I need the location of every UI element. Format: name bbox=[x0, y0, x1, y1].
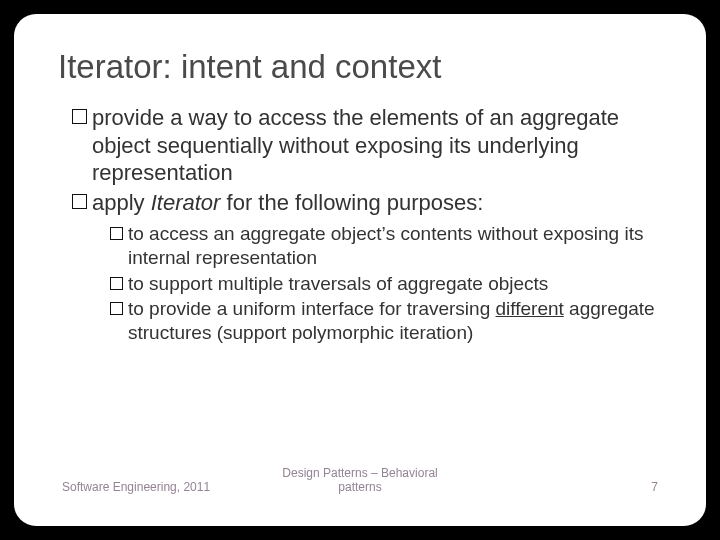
bullet-text-pre: to provide a uniform interface for trave… bbox=[128, 298, 496, 319]
bullet-list-level-1: provide a way to access the elements of … bbox=[58, 104, 662, 345]
list-item: to access an aggregate object’s contents… bbox=[110, 222, 662, 270]
footer-page-number: 7 bbox=[459, 480, 658, 494]
slide: Iterator: intent and context provide a w… bbox=[14, 14, 706, 526]
bullet-list-level-2: to access an aggregate object’s contents… bbox=[92, 222, 662, 345]
list-item: to provide a uniform interface for trave… bbox=[110, 297, 662, 345]
bullet-text: provide a way to access the elements of … bbox=[92, 105, 619, 185]
bullet-text-italic: Iterator bbox=[151, 190, 221, 215]
bullet-text-post: for the following purposes: bbox=[220, 190, 483, 215]
slide-title: Iterator: intent and context bbox=[58, 48, 662, 86]
bullet-text: to support multiple traversals of aggreg… bbox=[128, 273, 548, 294]
list-item: apply Iterator for the following purpose… bbox=[72, 189, 662, 345]
list-item: to support multiple traversals of aggreg… bbox=[110, 272, 662, 296]
slide-footer: Software Engineering, 2011 Design Patter… bbox=[58, 466, 662, 496]
slide-body: provide a way to access the elements of … bbox=[58, 104, 662, 466]
bullet-text-pre: to access an aggregate object bbox=[128, 223, 382, 244]
bullet-text-pre: apply bbox=[92, 190, 151, 215]
footer-center: Design Patterns – Behavioral patterns bbox=[261, 466, 460, 494]
list-item: provide a way to access the elements of … bbox=[72, 104, 662, 187]
bullet-text-underline: different bbox=[496, 298, 564, 319]
footer-left: Software Engineering, 2011 bbox=[62, 480, 261, 494]
